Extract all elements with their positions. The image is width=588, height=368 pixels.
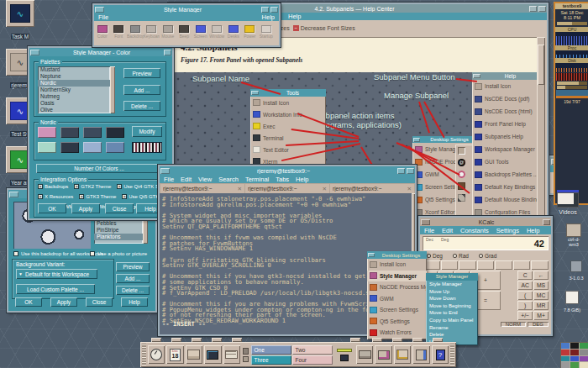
variant-dropdown[interactable]: ▼Default for this Workspace bbox=[16, 269, 97, 279]
list-item[interactable]: Oasis bbox=[38, 100, 110, 107]
list-item[interactable]: Planktons bbox=[94, 234, 143, 240]
close-button[interactable]: Close bbox=[86, 297, 113, 307]
style-tool-button[interactable]: Window bbox=[209, 25, 226, 39]
tray-icon[interactable] bbox=[561, 350, 570, 355]
popup-menu-item[interactable]: Move Up bbox=[426, 288, 478, 296]
list-item[interactable]: Mustard bbox=[38, 66, 110, 73]
kcalc-button[interactable] bbox=[513, 260, 531, 270]
help-button[interactable]: Help bbox=[121, 297, 148, 307]
popup-menu-item[interactable]: Move Down bbox=[426, 295, 478, 302]
apply-button[interactable]: Apply bbox=[50, 297, 77, 307]
window-menu-icon[interactable] bbox=[95, 7, 104, 13]
subpanel-menu-button[interactable] bbox=[368, 253, 375, 257]
apply-button[interactable]: Apply bbox=[71, 203, 100, 213]
exit-icon[interactable] bbox=[243, 356, 249, 362]
terminal-menu-item[interactable]: Edit bbox=[181, 176, 192, 183]
terminal-menu-item[interactable]: Help bbox=[296, 176, 308, 183]
palettes-list[interactable]: MustardNeptuneNordicNorthernSkyNutmegOas… bbox=[38, 66, 110, 113]
subpanel-titlebar[interactable]: Desktop Settings bbox=[367, 251, 427, 259]
style-tool-button[interactable]: Desks bbox=[225, 25, 242, 39]
popup-menu-item[interactable]: Style Manager bbox=[426, 281, 478, 288]
palettes-scrollbar[interactable] bbox=[110, 66, 115, 113]
angle-radio[interactable]: Rad bbox=[453, 253, 469, 259]
kcalc-button[interactable]: C bbox=[517, 271, 533, 280]
preview-button[interactable]: Preview bbox=[116, 262, 150, 271]
tray-icon[interactable] bbox=[570, 343, 579, 349]
number-of-colors-button[interactable]: Number Of Colors ... bbox=[36, 164, 162, 173]
kcalc-menu-item[interactable]: Help bbox=[527, 227, 539, 234]
lock-icon[interactable] bbox=[243, 348, 249, 355]
terminal-titlebar[interactable]: rjeremy@testbox9:~ bbox=[160, 166, 415, 175]
backdrop-list-scrollbar[interactable] bbox=[143, 220, 148, 244]
terminal-button[interactable] bbox=[204, 345, 222, 364]
kcalc-button[interactable]: MC bbox=[533, 291, 549, 300]
terminal-menu-item[interactable]: Terminal bbox=[245, 176, 269, 183]
list-item[interactable]: Pebbles bbox=[94, 220, 143, 227]
menu-help[interactable]: Help bbox=[262, 13, 275, 21]
tray-icon[interactable] bbox=[580, 362, 588, 368]
color-swatch[interactable] bbox=[106, 127, 124, 138]
decrease-font-button[interactable]: −Decrease Font Sizes bbox=[293, 25, 355, 31]
clock-button[interactable] bbox=[148, 345, 165, 364]
workspace-button[interactable]: Three bbox=[251, 355, 291, 365]
system-monitor[interactable]: testbox9 Sat 18 Dec 8:11 PM CPU Proc Dis… bbox=[554, 2, 588, 205]
list-item[interactable]: Nordic bbox=[38, 80, 110, 87]
kcalc-button[interactable]: MS bbox=[533, 281, 549, 290]
workspace-button[interactable]: One bbox=[251, 345, 291, 355]
popup-menu-item[interactable]: Rename bbox=[426, 324, 478, 332]
kcalc-menu-item[interactable]: Constants bbox=[460, 227, 489, 234]
style-tool-button[interactable]: Startup bbox=[258, 25, 275, 39]
load-custom-palette-button[interactable]: Load Custom Palette ... bbox=[16, 284, 95, 294]
workspace-button[interactable]: Four bbox=[292, 355, 333, 365]
tray-icon[interactable] bbox=[570, 350, 579, 355]
terminal-menu-item[interactable]: Tabs bbox=[276, 176, 289, 183]
kcalc-menu-item[interactable]: Settings bbox=[496, 227, 519, 234]
kcalc-menu-item[interactable]: File bbox=[424, 227, 434, 234]
striped-swatch[interactable] bbox=[132, 142, 162, 153]
integration-checkbox[interactable]: ×Backdrops bbox=[38, 184, 68, 189]
style-tool-button[interactable]: Color bbox=[94, 25, 111, 39]
kcalc-button[interactable] bbox=[477, 260, 495, 270]
delete-button[interactable]: Delete ... bbox=[116, 286, 150, 295]
help-scrollbar-thumb[interactable] bbox=[538, 45, 544, 85]
file-cabinet-button[interactable] bbox=[412, 345, 430, 364]
tray-icon[interactable] bbox=[580, 350, 588, 355]
subpanel-item[interactable]: Style Manager bbox=[367, 271, 427, 282]
style-tool-button[interactable]: Backdrop bbox=[127, 25, 144, 39]
color-swatch[interactable] bbox=[60, 142, 79, 153]
subpanel-item[interactable]: NsCDE Process Mgr bbox=[367, 281, 427, 293]
terminal-tab[interactable]: rjeremy@testbox9:~✕ bbox=[160, 184, 244, 193]
desktop-icon[interactable]: ∿ Task M bbox=[2, 0, 39, 42]
tray-icon[interactable] bbox=[561, 343, 570, 349]
system-monitor-hostname[interactable]: testbox9 bbox=[555, 3, 588, 9]
maximize-icon[interactable] bbox=[270, 7, 278, 13]
integration-checkbox[interactable]: ×X Resources bbox=[38, 194, 73, 199]
workspace-button[interactable]: Two bbox=[292, 345, 333, 355]
file-manager-button[interactable] bbox=[186, 345, 203, 364]
minimize-icon[interactable] bbox=[543, 219, 550, 225]
style-manager-titlebar[interactable]: Style Manager bbox=[94, 5, 279, 13]
kcalc-menu-item[interactable]: Edit bbox=[442, 227, 453, 234]
subpanel-item[interactable]: GWM bbox=[367, 293, 427, 305]
ok-button[interactable]: OK bbox=[38, 203, 66, 213]
kcalc-button[interactable] bbox=[531, 260, 549, 270]
desktop-icon-partial-1[interactable]: ctrl-d- wm3 bbox=[561, 223, 586, 247]
maximize-icon[interactable] bbox=[538, 6, 546, 12]
terminal-tab[interactable]: rjeremy@testbox9:~✕ bbox=[330, 184, 414, 193]
color-titlebar[interactable]: Style Manager - Color bbox=[29, 48, 172, 56]
mail-button[interactable] bbox=[223, 345, 241, 364]
backdrop-list[interactable]: PebblesPinStripePlanktons bbox=[94, 220, 143, 244]
angle-radio[interactable]: Deg bbox=[427, 253, 443, 259]
kcalc-button[interactable]: AC bbox=[517, 281, 533, 290]
menu-help[interactable]: Help bbox=[288, 13, 301, 20]
color-swatch[interactable] bbox=[38, 142, 56, 153]
color-swatch[interactable] bbox=[60, 127, 79, 138]
close-icon[interactable]: ✕ bbox=[238, 186, 242, 192]
terminal-menu-item[interactable]: View bbox=[198, 176, 212, 183]
applications-button[interactable] bbox=[394, 345, 412, 364]
tray-icon[interactable] bbox=[570, 356, 579, 362]
kcalc-titlebar[interactable]: KCalc bbox=[420, 218, 551, 226]
terminal-menu-item[interactable]: File bbox=[164, 176, 174, 183]
kcalc-button[interactable]: ← bbox=[533, 271, 549, 280]
popup-menu-item[interactable]: Copy to Main Panel bbox=[426, 317, 478, 324]
